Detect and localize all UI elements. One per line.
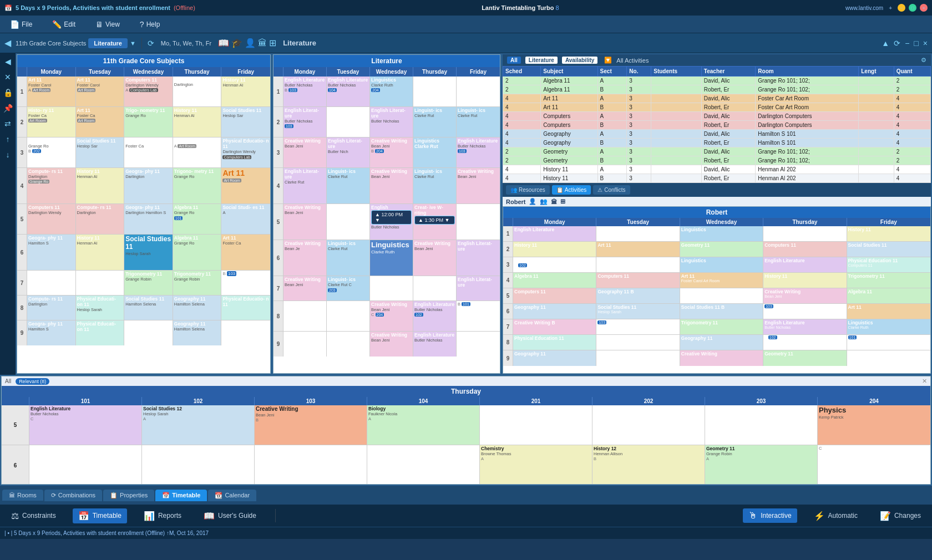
nav-minus-icon[interactable]: −: [905, 39, 909, 48]
mid-1-thu[interactable]: [413, 77, 457, 106]
cell-1-fri[interactable]: History 11Henman Al: [221, 77, 270, 106]
r-1-wed[interactable]: Linguistics: [680, 226, 763, 241]
automatic-btn[interactable]: ⚡ Automatic: [808, 508, 863, 523]
time-dropdown-1[interactable]: ▲ 12:00 PM ▼: [371, 210, 412, 225]
r-3-wed[interactable]: Linguistics: [680, 257, 763, 272]
room-6-204[interactable]: C: [818, 445, 930, 484]
cell-2-wed[interactable]: Trigo- nometry 11Grange Ro: [124, 107, 173, 137]
mid-2-tue[interactable]: [327, 107, 370, 137]
timetable-tab[interactable]: 📅 Timetable: [155, 490, 207, 501]
mid-6-mon[interactable]: Creative WritingBean Je: [283, 240, 327, 276]
mid-3-tue[interactable]: English Literat- ureButler Nich: [327, 138, 370, 167]
mid-2-mon[interactable]: English Literat- ureButler Nicholas103: [283, 107, 327, 137]
mid-9-fri[interactable]: [457, 332, 500, 357]
up-arrow-icon[interactable]: ↑: [4, 133, 12, 145]
mid-9-tue[interactable]: [327, 332, 370, 357]
rooms-tab[interactable]: 🏛 Rooms: [2, 490, 43, 501]
cross-icon[interactable]: ✕: [3, 71, 13, 83]
mid-1-wed[interactable]: LinguisticsClarke Ruth204: [370, 77, 413, 106]
arrow-left-icon[interactable]: ◀: [3, 55, 13, 68]
cell-7-fri[interactable]: B 103: [221, 271, 270, 295]
table-row[interactable]: 4 Art 11 A 3 David, Alic Foster Car Art …: [503, 94, 931, 103]
r-8-mon[interactable]: Physical Education 11: [513, 335, 596, 350]
cell-9-tue[interactable]: Physical Educati- on 11: [76, 320, 125, 345]
dropdown-arrow-icon[interactable]: ▼: [130, 40, 136, 47]
cell-6-thu[interactable]: Algebra 11Grange Ro: [173, 235, 222, 270]
close-bottom-icon[interactable]: ✕: [922, 378, 927, 385]
cell-7-tue[interactable]: [76, 271, 125, 295]
r-9-wed[interactable]: Creative Writing: [680, 350, 763, 366]
cell-6-wed[interactable]: Social Studies 11Heslop Sarah: [124, 235, 173, 270]
cell-8-tue[interactable]: Physical Educati- on 11Heslop Sarah: [76, 296, 125, 320]
menu-edit[interactable]: ✏️ Edit: [48, 18, 80, 31]
mid-4-fri[interactable]: Creative WritingBean Jeni: [457, 168, 500, 203]
r-7-thu[interactable]: English LiteratureButler Nicholas: [763, 319, 847, 334]
mid-7-fri[interactable]: English Literat- ure: [457, 276, 500, 301]
table-row[interactable]: 4 Computers A 3 David, Alic Darlington C…: [503, 112, 931, 121]
mid-7-thu[interactable]: [413, 276, 457, 301]
mid-2-fri[interactable]: Linguist- icsClarke Rut: [457, 107, 500, 137]
cell-5-tue[interactable]: Compute- rs 11Darlington: [76, 204, 125, 234]
maximize-button[interactable]: □: [909, 4, 916, 12]
cell-8-wed[interactable]: Social Studies 11Hamilton Selena: [124, 296, 173, 320]
minimize-button[interactable]: −: [898, 4, 905, 12]
cell-5-thu[interactable]: Algebra 11Grange Ro101: [173, 204, 222, 234]
r-9-mon[interactable]: Geography 11: [513, 350, 596, 366]
cell-1-mon[interactable]: Art 11Foster CarolA Art Room: [27, 77, 76, 106]
mid-5-mon[interactable]: Creative WritingBean Jeni: [283, 204, 327, 240]
r-3-fri[interactable]: Physical Education 11Computers 11: [847, 257, 930, 272]
time-dropdown-2[interactable]: ▲ 1:30 PM ▼: [414, 216, 455, 225]
constraints-btn[interactable]: ⚖ Constraints: [6, 508, 62, 523]
mid-3-wed[interactable]: Creative WritingBean JeniB 204: [370, 138, 413, 167]
room-6-103[interactable]: [255, 445, 367, 484]
refresh-icon[interactable]: ⟳: [148, 39, 154, 48]
swap-icon[interactable]: ⇄: [3, 118, 13, 130]
cell-8-thu[interactable]: Geography 11Hamilton Selena: [173, 296, 222, 320]
nav-refresh-icon[interactable]: ⟳: [894, 39, 900, 48]
mid-8-wed[interactable]: Creative WritingBean JeniC 204: [370, 301, 413, 331]
cell-3-thu[interactable]: Art 11 Foster CaA Art Room: [173, 138, 222, 167]
r-1-thu[interactable]: [763, 226, 847, 241]
r-4-thu[interactable]: History 11: [763, 273, 847, 288]
mid-8-thu[interactable]: English LiteratureButler Nicholas102: [413, 301, 457, 331]
relevant-btn[interactable]: Relevant (8): [16, 378, 49, 385]
r-3-mon[interactable]: Henman AllisonB 102: [513, 257, 596, 272]
nav-close-icon[interactable]: ×: [923, 39, 928, 48]
cell-2-thu[interactable]: History 11Henman Al: [173, 107, 222, 137]
table-row[interactable]: 2 Geometry B 3 Robert, Er Grange Ro 101;…: [503, 156, 931, 165]
mid-1-fri[interactable]: [457, 77, 500, 106]
cell-4-fri[interactable]: Art 11Art Room: [221, 168, 270, 203]
r-2-tue[interactable]: Art 11: [596, 242, 680, 257]
filter-avail-btn[interactable]: Availability: [562, 57, 597, 64]
room-5-203[interactable]: [705, 405, 818, 445]
mid-2-wed[interactable]: English Literat- ureButler Nicholas: [370, 107, 413, 137]
room-5-202[interactable]: [592, 405, 705, 445]
cell-1-tue[interactable]: Art 11Foster CarolArt Room: [76, 77, 125, 106]
cell-4-mon[interactable]: Compute- rs 11DarlingtonGrange Ro: [27, 168, 76, 203]
mid-8-mon[interactable]: [283, 301, 327, 331]
r-1-tue[interactable]: [596, 226, 680, 241]
r-9-fri[interactable]: [847, 350, 930, 366]
r-2-wed[interactable]: Geometry 11: [680, 242, 763, 257]
resources-tab-btn[interactable]: 👥 Resources: [506, 185, 550, 195]
cell-5-wed[interactable]: Geogra- phy 11Darlington Hamilton S: [124, 204, 173, 234]
cell-7-mon[interactable]: [27, 271, 76, 295]
mid-3-fri[interactable]: English LiteratureButler Nicholas103: [457, 138, 500, 167]
cell-1-wed[interactable]: Computers 11Darlington WendyA Computers …: [124, 77, 173, 106]
r-9-tue[interactable]: [596, 350, 680, 366]
r-7-mon[interactable]: Creative Writing B: [513, 319, 596, 334]
active-tab-label[interactable]: Literature: [88, 38, 128, 48]
table-row[interactable]: 4 Computers B 3 Robert, Er Darlington Co…: [503, 121, 931, 130]
reports-btn[interactable]: 📊 Reports: [138, 508, 187, 523]
mid-3-mon[interactable]: Creative WritingBean Jeni: [283, 138, 327, 167]
mid-3-thu[interactable]: Linguistics Clarke Rut: [413, 138, 457, 167]
r-7-tue[interactable]: 103: [596, 319, 680, 334]
table-row[interactable]: 4 History 11 A 3 David, Alic Henman Al 2…: [503, 165, 931, 174]
settings-icon[interactable]: ⚙: [921, 57, 926, 64]
room-5-103[interactable]: Creative WritingBean JeniB: [255, 405, 367, 445]
mid-6-thu[interactable]: Creative WritingBean Jeni: [413, 240, 457, 276]
mid-9-wed[interactable]: Creative WritingBean Jeni: [370, 332, 413, 357]
r-6-thu[interactable]: 103: [763, 304, 847, 319]
nav-box-icon[interactable]: □: [914, 39, 918, 48]
mid-4-thu[interactable]: Linguist- icsClarke Rut: [413, 168, 457, 203]
